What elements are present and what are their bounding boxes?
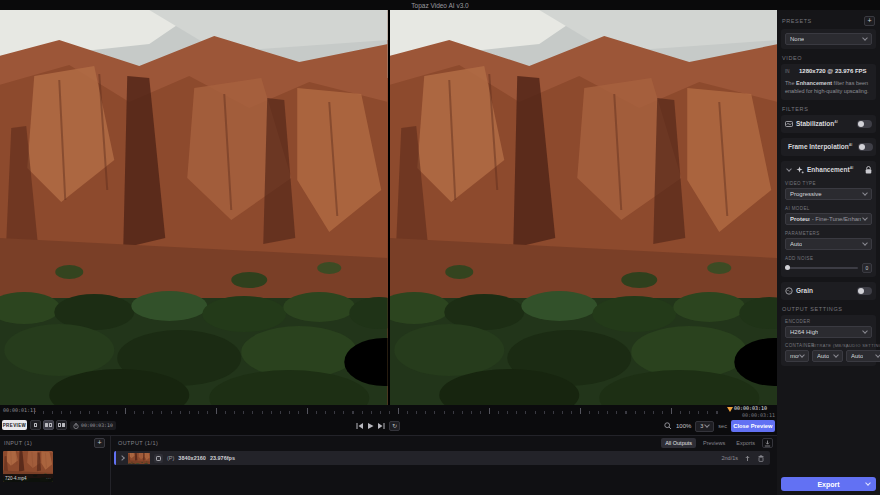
preview-seconds-select[interactable]: 3 [695, 421, 714, 432]
stabilization-toggle[interactable] [857, 120, 872, 128]
view-mode-side-by-side-button[interactable] [56, 420, 67, 430]
chevron-down-icon [862, 35, 868, 41]
video-type-select[interactable]: Progressive [785, 188, 872, 200]
grain-panel[interactable]: Grain [781, 282, 876, 300]
export-label: Export [817, 481, 839, 488]
input-file-bar: 720-4.mp4 ⋯ [3, 474, 53, 482]
step-back-button[interactable] [356, 422, 363, 430]
audio-settings-select[interactable]: Auto [846, 350, 880, 362]
download-button[interactable] [762, 438, 773, 448]
media-panel: Input (1) + 720-4.mp4 ⋯ Output (1/1) All… [0, 435, 777, 495]
video-preview-area [0, 10, 777, 405]
timeline-start-time: 00:00:01:11 [3, 407, 36, 413]
add-noise-slider[interactable] [785, 267, 858, 269]
grain-icon [785, 287, 793, 295]
parameters-select[interactable]: Auto [785, 238, 872, 250]
chevron-down-icon [705, 422, 711, 428]
frame-interpolation-toggle[interactable] [858, 143, 873, 151]
timeline-ruler[interactable] [34, 408, 722, 414]
ai-model-label: AI Model [785, 206, 872, 211]
input-section-label: Input (1) [4, 440, 32, 446]
stabilization-panel[interactable]: StabilizationAI [781, 115, 876, 133]
app-title: Topaz Video AI v3.0 [411, 2, 468, 9]
output-row[interactable]: (P) 3840x2160 23.976fps 2nd/1s [114, 451, 770, 465]
chevron-down-icon [865, 480, 871, 486]
output-tabs: All Outputs Previews Exports [661, 438, 773, 448]
settings-sidebar: Presets + None Video IN 1280x720 @ 23.97… [777, 10, 880, 495]
grain-label: Grain [796, 287, 813, 294]
add-input-button[interactable]: + [94, 438, 105, 448]
chevron-down-icon [862, 215, 868, 221]
frame-interpolation-label: Frame InterpolationAI [788, 143, 852, 150]
preset-value: None [790, 36, 804, 42]
playhead-marker-icon[interactable] [727, 407, 733, 415]
add-noise-label: Add Noise [785, 256, 872, 261]
video-pane-enhanced[interactable] [390, 10, 778, 405]
grain-toggle[interactable] [857, 287, 872, 295]
input-resolution-value: 1280x720 @ 23.976 FPS [799, 68, 867, 74]
current-time: 00:00:03:10 [734, 405, 767, 411]
container-select[interactable]: mov [785, 350, 809, 362]
output-status: 2nd/1s [721, 455, 738, 461]
container-value: mov [790, 353, 799, 359]
preview-button[interactable]: PREVIEW [2, 420, 27, 430]
output-badge-icon [154, 454, 163, 463]
view-mode-single-button[interactable] [30, 420, 41, 430]
frame-interpolation-panel[interactable]: Frame InterpolationAI [781, 138, 876, 156]
chevron-down-icon [833, 352, 839, 358]
ai-model-select[interactable]: Proteus - Fine-Tune/Enhance [785, 213, 872, 225]
play-button[interactable] [367, 422, 374, 430]
delete-row-button[interactable] [756, 453, 766, 463]
zoom-icon[interactable] [664, 422, 672, 430]
close-preview-button[interactable]: Close Preview [731, 420, 775, 432]
arrow-up-icon [744, 455, 751, 462]
export-row-button[interactable] [742, 453, 752, 463]
tab-previews[interactable]: Previews [699, 438, 729, 448]
bitrate-select[interactable]: Auto [812, 350, 843, 362]
transport-bar: PREVIEW 00:00:03:10 ↻ 100% 3 sec Close P… [0, 417, 777, 435]
audio-settings-value: Auto [851, 353, 863, 359]
chevron-right-icon[interactable] [119, 455, 125, 461]
more-options-icon[interactable]: ⋯ [46, 475, 51, 481]
video-type-value: Progressive [790, 191, 822, 197]
chevron-down-icon [862, 240, 868, 246]
export-button[interactable]: Export [781, 477, 876, 491]
plus-icon: + [867, 17, 871, 24]
container-label: Container [785, 343, 809, 348]
topaz-video-ai-window: Topaz Video AI v3.0 Presets + None Video… [0, 0, 880, 495]
preset-select[interactable]: None [785, 33, 872, 45]
encoder-label: Encoder [785, 319, 872, 324]
chevron-down-icon [799, 352, 805, 358]
plus-icon: + [97, 439, 101, 446]
output-section-label: Output (1/1) [118, 440, 158, 446]
step-forward-button[interactable] [378, 422, 385, 430]
in-badge: IN [785, 69, 795, 74]
output-settings-label: Output Settings [782, 306, 875, 312]
enhancement-note: The Enhancement filter has been enabled … [785, 79, 872, 96]
loop-icon: ↻ [392, 423, 397, 429]
video-panel: IN 1280x720 @ 23.976 FPS OUT 3840x2160 (… [781, 64, 876, 100]
lock-icon[interactable] [865, 166, 872, 174]
collapse-chevron-icon[interactable] [786, 166, 792, 172]
enhancement-panel: EnhancementAI Video Type Progressive AI … [781, 161, 876, 277]
loop-button[interactable]: ↻ [389, 421, 400, 431]
zoom-level[interactable]: 100% [676, 423, 691, 429]
add-noise-value[interactable]: 0 [862, 263, 872, 273]
tab-all-outputs[interactable]: All Outputs [661, 438, 696, 448]
output-fps: 23.976fps [210, 455, 235, 461]
preview-duration[interactable]: 00:00:03:10 [70, 421, 116, 430]
video-pane-original[interactable] [0, 10, 388, 405]
presets-panel: None [781, 29, 876, 49]
view-mode-split-button[interactable] [43, 420, 54, 430]
video-section-label: Video [782, 55, 875, 61]
ai-model-variant: - Fine-Tune/Enhance [812, 216, 861, 222]
add-preset-button[interactable]: + [864, 16, 875, 26]
input-thumbnail[interactable]: 720-4.mp4 ⋯ [3, 451, 53, 482]
trash-icon [758, 455, 764, 462]
stabilization-icon [785, 120, 793, 128]
presets-label: Presets [782, 18, 812, 24]
encoder-select[interactable]: H264 High [785, 326, 872, 338]
timeline[interactable]: 00:00:01:11 00:00:03:10 00:00:03:11 [0, 404, 777, 417]
tab-exports[interactable]: Exports [732, 438, 759, 448]
output-settings-panel: Encoder H264 High Container mov Bitrate … [781, 315, 876, 366]
